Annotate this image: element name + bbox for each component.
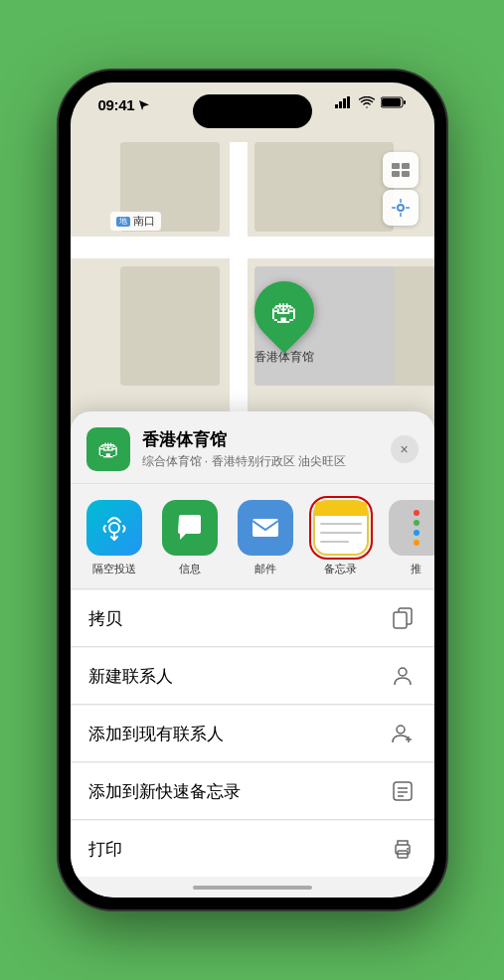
messages-label: 信息: [179, 562, 201, 576]
airdrop-label: 隔空投送: [92, 562, 136, 576]
venue-info: 香港体育馆 综合体育馆 · 香港特别行政区 油尖旺区: [142, 428, 379, 470]
svg-rect-6: [404, 100, 406, 104]
svg-rect-0: [335, 104, 338, 108]
map-label: 地 南口: [110, 212, 161, 231]
notes-icon: [313, 500, 369, 556]
svg-rect-20: [252, 519, 278, 537]
svg-rect-1: [339, 101, 342, 108]
dynamic-island: [193, 94, 312, 128]
status-icons: [335, 96, 407, 108]
signal-icon: [335, 96, 353, 108]
new-contact-label: 新建联系人: [88, 665, 173, 688]
action-copy[interactable]: 拷贝: [71, 590, 434, 647]
phone-frame: 09:41: [59, 71, 446, 909]
svg-point-11: [398, 205, 404, 211]
messages-icon: [162, 500, 218, 556]
map-label-text: 南口: [133, 214, 155, 229]
svg-rect-27: [394, 782, 412, 800]
svg-point-16: [109, 523, 119, 533]
notes-header-bar: [315, 502, 367, 516]
note-icon: [389, 777, 417, 805]
map-block2: [254, 142, 394, 232]
copy-icon: [389, 604, 417, 632]
person-icon: [389, 662, 417, 690]
action-print[interactable]: 打印: [71, 821, 434, 877]
notes-label: 备忘录: [324, 562, 357, 576]
pin-bubble: 🏟: [242, 269, 326, 354]
location-pin: 🏟 香港体育馆: [254, 281, 314, 366]
svg-rect-3: [347, 96, 350, 108]
sheet-header: 🏟 香港体育馆 综合体育馆 · 香港特别行政区 油尖旺区 ×: [71, 411, 434, 484]
svg-rect-10: [402, 171, 410, 177]
svg-rect-2: [343, 98, 346, 108]
more-icon: [389, 500, 434, 556]
share-item-mail[interactable]: 邮件: [234, 500, 297, 576]
more-label: 推: [411, 562, 421, 576]
location-arrow-icon: [138, 99, 150, 111]
map-block3: [120, 266, 220, 386]
map-controls: [383, 152, 419, 226]
share-item-airdrop[interactable]: 隔空投送: [83, 500, 146, 576]
venue-icon: 🏟: [86, 427, 130, 471]
home-indicator: [193, 886, 312, 890]
share-item-more[interactable]: 推: [385, 500, 434, 576]
svg-point-24: [397, 726, 405, 734]
map-road-h1: [71, 237, 434, 258]
venue-name: 香港体育馆: [142, 428, 379, 451]
add-contact-label: 添加到现有联系人: [88, 723, 224, 745]
action-add-to-contact[interactable]: 添加到现有联系人: [71, 706, 434, 762]
location-button[interactable]: [383, 190, 419, 226]
svg-rect-9: [392, 171, 400, 177]
notes-line2: [320, 532, 362, 534]
svg-point-33: [407, 848, 409, 850]
svg-rect-5: [382, 98, 401, 106]
phone-screen: 09:41: [71, 82, 434, 898]
notes-line3: [320, 541, 349, 543]
svg-rect-22: [394, 612, 407, 628]
mail-label: 邮件: [254, 562, 276, 576]
share-item-messages[interactable]: 信息: [158, 500, 222, 576]
print-label: 打印: [88, 838, 122, 861]
status-time: 09:41: [98, 96, 135, 113]
venue-description: 综合体育馆 · 香港特别行政区 油尖旺区: [142, 453, 379, 470]
print-icon: [389, 835, 417, 863]
action-new-contact[interactable]: 新建联系人: [71, 648, 434, 705]
action-list: 拷贝 新建联系人: [71, 590, 434, 877]
map-type-button[interactable]: [383, 152, 419, 188]
close-button[interactable]: ×: [391, 435, 419, 463]
notes-inner: [315, 502, 367, 554]
map-label-dot: 地: [116, 217, 130, 227]
share-row: 隔空投送 信息: [71, 484, 434, 589]
mail-icon: [238, 500, 293, 556]
notes-line1: [320, 523, 362, 525]
battery-icon: [381, 96, 407, 108]
pin-icon: 🏟: [270, 295, 298, 328]
person-add-icon: [389, 720, 417, 747]
svg-point-23: [399, 668, 407, 676]
airdrop-icon: [86, 500, 142, 556]
wifi-icon: [359, 96, 375, 108]
map-block5: [395, 266, 434, 386]
svg-rect-8: [402, 163, 410, 169]
quick-note-label: 添加到新快速备忘录: [88, 780, 241, 803]
bottom-sheet: 🏟 香港体育馆 综合体育馆 · 香港特别行政区 油尖旺区 ×: [71, 411, 434, 898]
action-quick-note[interactable]: 添加到新快速备忘录: [71, 763, 434, 820]
share-item-notes[interactable]: 备忘录: [309, 500, 373, 576]
svg-rect-7: [392, 163, 400, 169]
copy-label: 拷贝: [88, 607, 122, 630]
